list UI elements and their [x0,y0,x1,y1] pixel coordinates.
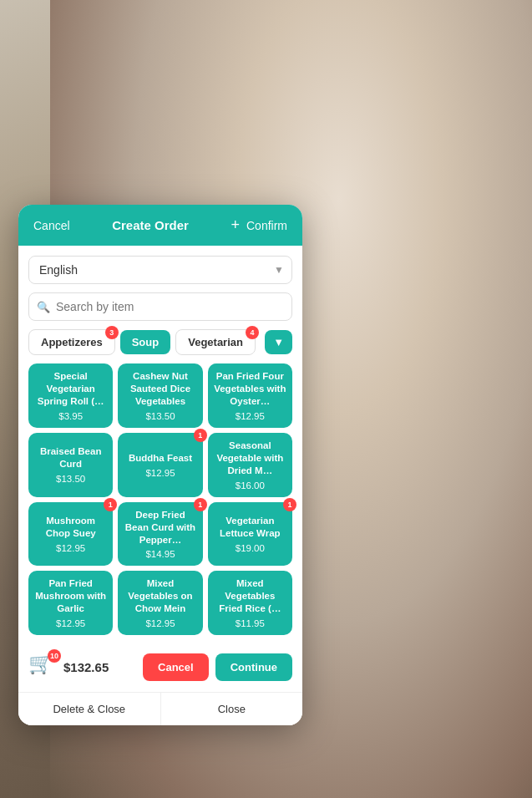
item-price: $16.00 [236,480,265,490]
vegetarian-badge: 4 [246,326,259,339]
list-item[interactable]: 1 Vegetarian Lettuce Wrap $19.00 [208,502,292,567]
list-item[interactable]: Special Vegetarian Spring Roll (… $3.95 [28,363,113,428]
list-item[interactable]: Pan Fried Mushroom with Garlic $12.95 [28,571,113,635]
header-confirm-button[interactable]: Confirm [246,219,287,232]
list-item[interactable]: 1 Deep Fried Bean Curd with Pepper… $14.… [118,502,202,567]
delete-close-button[interactable]: Delete & Close [18,693,161,725]
item-price: $12.95 [236,411,265,421]
footer-cancel-button[interactable]: Cancel [143,653,209,681]
search-icon: 🔍 [37,301,50,313]
item-name: Deep Fried Bean Curd with Pepper… [123,509,197,546]
tab-soup-label: Soup [132,336,160,348]
item-name: Special Vegetarian Spring Roll (… [33,370,108,408]
list-item[interactable]: Mixed Vegetables Fried Rice (… $11.95 [208,571,292,635]
add-icon[interactable]: + [231,216,240,234]
item-price: $12.95 [56,543,85,553]
item-price: $14.95 [145,549,175,559]
list-item[interactable]: Braised Bean Curd $13.50 [28,433,113,497]
modal-title: Create Order [112,218,189,232]
item-price: $12.95 [145,618,175,628]
item-name: Pan Fried Mushroom with Garlic [33,577,108,615]
bottom-bar: Delete & Close Close [18,692,302,725]
item-name: Buddha Feast [129,452,192,465]
create-order-modal: Cancel Create Order + Confirm English Ch… [18,205,302,725]
search-input[interactable] [28,292,292,321]
modal-footer: 🛒 10 $132.65 Cancel Continue [18,643,302,692]
item-name: Mixed Vegetables on Chow Mein [123,577,197,615]
footer-continue-button[interactable]: Continue [215,653,292,681]
item-name: Mixed Vegetables Fried Rice (… [213,577,287,615]
modal-body: English Chinese Spanish ▼ 🔍 Appetizeres … [18,246,302,635]
cart-area: 🛒 10 $132.65 [28,652,109,682]
list-item[interactable]: Seasonal Vegetable with Dried M… $16.00 [208,433,292,497]
item-name: Seasonal Vegetable with Dried M… [213,440,287,477]
appetizeres-badge: 3 [105,326,119,339]
item-price: $13.50 [145,411,175,421]
tab-soup[interactable]: Soup [120,330,171,354]
language-select-wrapper: English Chinese Spanish ▼ [28,256,292,284]
item-price: $12.95 [56,618,85,628]
menu-grid: Special Vegetarian Spring Roll (… $3.95 … [28,363,292,635]
category-tabs: Appetizeres 3 Soup Vegetarian 4 ▼ [28,329,292,355]
cart-count-badge: 10 [48,649,61,663]
item-badge: 1 [194,429,207,442]
item-price: $11.95 [236,618,265,628]
item-price: $3.95 [58,411,83,421]
item-name: Cashew Nut Sauteed Dice Vegetables [123,370,197,408]
item-name: Braised Bean Curd [33,445,108,470]
list-item[interactable]: Cashew Nut Sauteed Dice Vegetables $13.5… [118,363,202,428]
modal-header: Cancel Create Order + Confirm [18,205,302,246]
more-categories-button[interactable]: ▼ [265,330,292,354]
list-item[interactable]: 1 Buddha Feast $12.95 [118,433,202,497]
list-item[interactable]: Mixed Vegetables on Chow Mein $12.95 [118,571,202,635]
list-item[interactable]: Pan Fried Four Vegetables with Oyster… $… [208,363,292,428]
header-actions: + Confirm [231,216,287,234]
item-name: Vegetarian Lettuce Wrap [213,515,287,540]
item-price: $12.95 [145,468,175,478]
tab-vegetarian[interactable]: Vegetarian 4 [175,329,256,355]
item-price: $13.50 [56,474,85,484]
item-badge: 1 [194,498,207,511]
header-cancel-button[interactable]: Cancel [33,219,70,232]
cart-icon-wrap[interactable]: 🛒 10 [28,652,58,682]
tab-appetizeres[interactable]: Appetizeres 3 [28,329,115,355]
list-item[interactable]: 1 Mushroom Chop Suey $12.95 [28,502,113,567]
tab-appetizeres-label: Appetizeres [41,336,103,348]
cart-total: $132.65 [63,660,109,674]
tab-vegetarian-label: Vegetarian [188,336,243,348]
item-price: $19.00 [236,543,265,553]
language-select[interactable]: English Chinese Spanish [28,256,292,284]
item-name: Pan Fried Four Vegetables with Oyster… [213,370,287,408]
item-badge: 1 [283,498,296,511]
item-name: Mushroom Chop Suey [33,515,108,540]
item-badge: 1 [104,498,117,511]
close-button[interactable]: Close [161,693,303,725]
search-wrapper: 🔍 [28,292,292,321]
